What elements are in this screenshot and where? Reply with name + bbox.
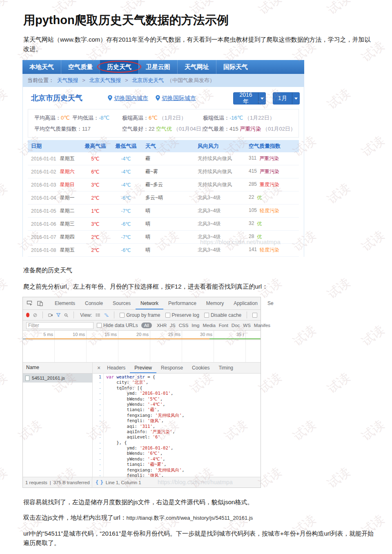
detail-tab-cookies[interactable]: Cookies [187,363,214,373]
devtools-tab-memory[interactable]: Memory [201,298,229,309]
code-gutter-line: 1 [93,374,103,380]
row-wind: 北风3~4级 [194,194,245,201]
devtools-tab-se[interactable]: Se [263,298,278,309]
toolbar-checkbox[interactable]: Group by frame [120,312,160,318]
type-filter-js[interactable]: JS [170,323,175,328]
row-date: 2016-01-02 [31,169,56,175]
code-line: tianqi: '霾~雾', [106,462,261,467]
site-nav-tab-3[interactable]: 卫星云图 [138,60,177,74]
breadcrumb-link-beijing[interactable]: 北京天气预报 [89,77,121,83]
row-high-temp: 3℃ [80,182,111,188]
type-filter-doc[interactable]: Doc [232,323,240,328]
divider [247,311,247,318]
type-filter-manifes[interactable]: Manifes [254,323,270,328]
intro-paragraph: 某天气网站（www.数字.com）存有2011年至今的天气数据，有天看到一本爬虫… [23,35,373,53]
row-low-temp: -6℃ [111,221,141,227]
site-nav-tab-0[interactable]: 本地天气 [22,60,61,74]
row-aqi-level: 严重污染 [260,168,279,175]
site-nav-tab-1[interactable]: 空气质量 [61,60,100,74]
toolbar-checkbox[interactable]: Preserve log [165,312,199,318]
header-weather: 天气 [141,142,194,150]
list-view-icon[interactable] [96,313,100,318]
row-wind: 无持续风向微风 [194,155,245,162]
stats-row-temps: 平均高温：0℃ 平均低温：-8℃ 极端高温：6℃ （1月2日） 极端低温：-16… [28,112,298,123]
table-row: 2016-01-06星期三3℃-6℃晴北风3~4级32优 [28,218,299,231]
row-weather: 霾~多云 [141,181,194,188]
code-token: , [163,402,165,407]
site-nav-tab-2[interactable]: 历史天气 [100,60,138,74]
code-token: , [164,462,166,467]
row-aqi-level: 严重污染 [259,155,279,162]
name-column-header[interactable]: Name [23,363,92,374]
row-aqi-cell: 415严重污染 [245,168,299,175]
detail-tab-response[interactable]: Response [156,363,187,373]
device-toolbar-icon[interactable] [37,300,43,307]
file-icon [25,376,29,381]
search-icon[interactable] [64,312,68,318]
year-dropdown[interactable]: 2016年 [233,92,266,105]
type-filter-img[interactable]: Img [192,323,199,328]
code-line: aqiLevel: '6' [106,434,261,440]
row-aqi-cell: 32优 [245,220,299,227]
table-row: 2016-01-05星期二1℃-7℃晴北风3~4级105轻度污染 [28,205,299,218]
code-token: , [172,429,175,434]
detail-tab-preview[interactable]: Preview [130,363,156,373]
code-gutter-line: - [93,380,103,385]
devtools-tab-performance[interactable]: Performance [163,298,201,309]
code-token: '5℃' [147,396,160,401]
record-icon[interactable] [26,313,29,317]
offline-checkbox-cut[interactable] [252,313,257,318]
devtools-tab-network[interactable]: Network [136,298,163,309]
month-dropdown[interactable]: 1月 [273,92,300,105]
code-line: bWendu: '5℃', [106,396,261,402]
devtools-tab-elements[interactable]: Elements [50,298,80,309]
inspect-element-icon[interactable] [26,300,33,307]
overview-segment-green [209,338,261,339]
caption-prepare: 准备爬的历史天气 [23,266,373,275]
code-token: , [171,445,173,450]
devtools-tab-sources[interactable]: Sources [108,298,136,309]
clear-icon[interactable] [33,312,37,318]
stat-ext-high: 极端高温：6℃ （1月2日） [122,112,186,123]
row-date: 2016-01-01 [31,156,56,162]
detail-tab-timing[interactable]: Timing [214,363,238,373]
type-filter-css[interactable]: CSS [179,323,189,328]
month-dropdown-value: 1月 [273,95,292,102]
row-wind: 北风3~4级 [194,207,245,214]
type-filter-font[interactable]: Font [219,323,228,328]
breadcrumb-link-forecast[interactable]: 天气预报 [57,77,78,83]
type-filter-xhr[interactable]: XHR [157,323,167,328]
request-row[interactable]: 54511_20161.js [23,374,92,383]
code-line: var weather_str = { [106,374,261,380]
detail-tabbar: HeadersPreviewResponseCookiesTiming [93,363,261,374]
js-file-url: http://tianqi.数字.com/t/wea_history/js/54… [127,515,253,521]
switch-domestic-city-link[interactable]: 切换国内城市 [108,87,148,109]
switch-international-city-link[interactable]: 切换国际城市 [156,87,196,109]
breadcrumb-link-history[interactable]: 北京历史天气 [132,77,164,83]
code-token: '微风' [147,418,161,423]
devtools-tab-application[interactable]: Application [229,298,263,309]
code-gutter-line: - [93,407,103,412]
network-overview-line [23,338,261,339]
detail-tab-headers[interactable]: Headers [102,363,130,373]
site-nav-tab-5[interactable]: 国际天气 [216,60,255,74]
filter-funnel-icon[interactable] [56,312,60,318]
filter-input[interactable] [26,322,94,329]
close-icon[interactable] [95,365,102,371]
type-filter-all[interactable]: All [141,323,152,328]
site-nav-tab-4[interactable]: 天气网址 [177,60,216,74]
toolbar-checkbox[interactable]: Disable cache [204,312,241,318]
code-token: yWendu: [106,456,147,461]
devtools-tab-console[interactable]: Console [80,298,108,309]
hide-data-urls-checkbox[interactable]: Hide data URLs [97,323,138,328]
row-aqi-level: 轻度污染 [260,207,279,214]
waterfall-view-icon[interactable] [104,313,109,318]
row-aqi-value: 311 [249,155,256,162]
request-file-name: 54511_20161.js [32,376,65,380]
screenshot-camera-icon[interactable] [48,313,53,318]
row-date-cell: 2016-01-07星期四 [28,234,80,240]
breadcrumb-separator: > [125,77,128,83]
type-filter-media[interactable]: Media [203,323,215,328]
type-filter-ws[interactable]: WS [243,323,251,328]
row-low-temp: -4℃ [111,182,141,188]
